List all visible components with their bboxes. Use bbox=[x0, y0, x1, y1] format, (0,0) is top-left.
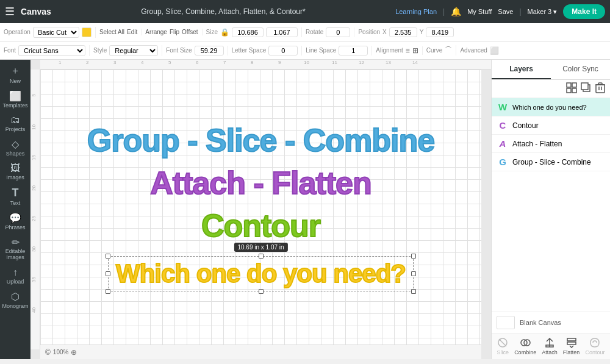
maker-selector[interactable]: Maker 3 ▾ bbox=[528, 8, 558, 16]
group-icon[interactable] bbox=[566, 82, 577, 95]
tab-layers[interactable]: Layers bbox=[492, 60, 551, 79]
layer-item-group[interactable]: G Group - Slice - Combine bbox=[492, 153, 610, 171]
combine-button[interactable]: Combine bbox=[514, 337, 536, 355]
layer-item-contour[interactable]: C Contour bbox=[492, 116, 610, 135]
arrange-group: Arrange Flip Offset bbox=[145, 29, 202, 35]
rotate-input[interactable] bbox=[326, 27, 350, 37]
sidebar-item-projects[interactable]: 🗂 Projects bbox=[0, 112, 30, 135]
contour-button[interactable]: Contour bbox=[585, 337, 605, 355]
letterspacing-label: Letter Space bbox=[232, 47, 267, 54]
ruler-horizontal: 1 2 3 4 5 6 7 8 9 10 11 12 13 14 bbox=[40, 60, 491, 70]
handle-tl[interactable] bbox=[106, 254, 110, 259]
fontsize-input[interactable] bbox=[195, 46, 224, 55]
templates-icon: ⬜ bbox=[9, 90, 21, 102]
duplicate-icon[interactable] bbox=[581, 82, 592, 95]
blank-canvas-thumb bbox=[497, 316, 515, 329]
sidebar-label-new: New bbox=[10, 78, 21, 84]
advanced-options-icon[interactable]: ⬜ bbox=[490, 46, 499, 55]
handle-mr[interactable] bbox=[411, 271, 416, 276]
layer-which-label: Which one do you need? bbox=[512, 104, 605, 111]
sidebar-label-projects: Projects bbox=[5, 126, 26, 132]
layer-item-attach[interactable]: A Attach - Flatten bbox=[492, 135, 610, 153]
canvas-grid[interactable]: Group - Slice - Combine Attach - Flatten… bbox=[40, 70, 481, 349]
svg-rect-3 bbox=[572, 88, 576, 93]
text-icon: T bbox=[12, 187, 19, 199]
align-options-icon[interactable]: ⊞ bbox=[412, 46, 418, 55]
sidebar: ＋ New ⬜ Templates 🗂 Projects ◇ Shapes 🖼 … bbox=[0, 60, 30, 359]
canvas-text-line2: Attach - Flatten bbox=[150, 165, 371, 201]
advanced-label: Advanced bbox=[460, 47, 487, 54]
align-left-icon[interactable]: ≡ bbox=[406, 46, 410, 55]
canvas-area[interactable]: 1 2 3 4 5 6 7 8 9 10 11 12 13 14 5 10 15… bbox=[30, 60, 491, 359]
arrange-button[interactable]: Arrange bbox=[145, 29, 167, 35]
editable-images-icon: ✏ bbox=[12, 237, 20, 248]
letterspacing-input[interactable] bbox=[268, 46, 298, 55]
letterspacing-group: Letter Space bbox=[232, 46, 303, 55]
zoom-control[interactable]: © 100% ⊕ bbox=[45, 348, 77, 357]
svg-rect-17 bbox=[567, 342, 576, 344]
bell-icon[interactable]: 🔔 bbox=[451, 7, 461, 16]
color-swatch[interactable] bbox=[82, 27, 92, 37]
size-w-input[interactable] bbox=[232, 27, 264, 37]
select-all-button[interactable]: Select All bbox=[99, 29, 124, 35]
curve-label: Curve bbox=[426, 47, 443, 54]
edit-button[interactable]: Edit bbox=[127, 29, 137, 35]
sidebar-item-templates[interactable]: ⬜ Templates bbox=[0, 88, 30, 111]
handle-bl[interactable] bbox=[106, 289, 110, 294]
menu-icon[interactable]: ☰ bbox=[5, 5, 15, 18]
curve-icon[interactable]: ⌒ bbox=[445, 45, 452, 55]
flip-button[interactable]: Flip bbox=[170, 29, 179, 35]
selected-text-wrapper[interactable]: 10.69 in x 1.07 in Which one do you need… bbox=[108, 256, 414, 291]
pos-y-input[interactable] bbox=[426, 27, 454, 37]
slice-button[interactable]: Slice bbox=[497, 337, 509, 355]
panel-spacer bbox=[492, 171, 610, 312]
layer-attach-label: Attach - Flatten bbox=[512, 140, 605, 148]
sidebar-item-upload[interactable]: ↑ Upload bbox=[0, 265, 30, 287]
svg-rect-2 bbox=[567, 88, 571, 93]
attach-button[interactable]: Attach bbox=[542, 337, 558, 355]
offset-button[interactable]: Offset bbox=[182, 29, 198, 35]
canvas-bottom-bar: © 100% ⊕ bbox=[40, 344, 481, 359]
layer-item-which[interactable]: W Which one do you need? bbox=[492, 98, 610, 116]
sidebar-item-shapes[interactable]: ◇ Shapes bbox=[0, 136, 30, 159]
sidebar-item-new[interactable]: ＋ New bbox=[0, 62, 30, 87]
handle-bm[interactable] bbox=[259, 289, 264, 294]
sidebar-item-phrases[interactable]: 💬 Phrases bbox=[0, 210, 30, 233]
make-it-button[interactable]: Make It bbox=[563, 4, 605, 19]
handle-ml[interactable] bbox=[106, 271, 110, 276]
sidebar-label-images: Images bbox=[6, 174, 24, 180]
mystuff-link[interactable]: My Stuff bbox=[467, 8, 492, 15]
flatten-button[interactable]: Flatten bbox=[563, 337, 580, 355]
linespace-input[interactable] bbox=[339, 46, 368, 55]
svg-line-12 bbox=[499, 339, 506, 346]
sidebar-item-monogram[interactable]: ⬡ Monogram bbox=[0, 288, 30, 312]
size-h-input[interactable] bbox=[266, 27, 298, 37]
style-select[interactable]: Regular bbox=[109, 45, 158, 56]
sidebar-item-editable-images[interactable]: ✏ EditableImages bbox=[0, 234, 30, 263]
font-label: Font bbox=[4, 47, 16, 54]
attach-label: Attach bbox=[542, 349, 558, 355]
handle-br[interactable] bbox=[411, 289, 416, 294]
ruler-vertical: 5 10 15 20 25 30 35 40 bbox=[30, 70, 40, 349]
zoom-value: 100% bbox=[53, 349, 69, 355]
font-select[interactable]: Cricut Sans bbox=[18, 45, 85, 56]
sidebar-item-text[interactable]: T Text bbox=[0, 184, 30, 209]
tab-color-sync[interactable]: Color Sync bbox=[551, 60, 610, 79]
fontsize-label: Font Size bbox=[166, 47, 192, 54]
size-tooltip: 10.69 in x 1.07 in bbox=[234, 243, 287, 252]
operation-select[interactable]: Basic Cut bbox=[33, 27, 79, 38]
panel-tabs: Layers Color Sync bbox=[492, 60, 610, 80]
sidebar-label-upload: Upload bbox=[7, 279, 24, 285]
pos-x-input[interactable] bbox=[389, 27, 417, 37]
sidebar-item-images[interactable]: 🖼 Images bbox=[0, 160, 30, 183]
handle-tm[interactable] bbox=[259, 254, 264, 259]
zoom-out-icon[interactable]: © bbox=[45, 348, 51, 357]
save-link[interactable]: Save bbox=[498, 8, 513, 15]
learning-plan-link[interactable]: Learning Plan bbox=[395, 8, 437, 15]
zoom-in-icon[interactable]: ⊕ bbox=[71, 348, 77, 357]
position-group: Position X Y bbox=[358, 27, 458, 37]
handle-tr[interactable] bbox=[411, 254, 416, 259]
lock-icon[interactable]: 🔒 bbox=[220, 28, 229, 37]
delete-icon[interactable] bbox=[595, 82, 605, 95]
selected-text[interactable]: Which one do you need? bbox=[108, 256, 414, 291]
